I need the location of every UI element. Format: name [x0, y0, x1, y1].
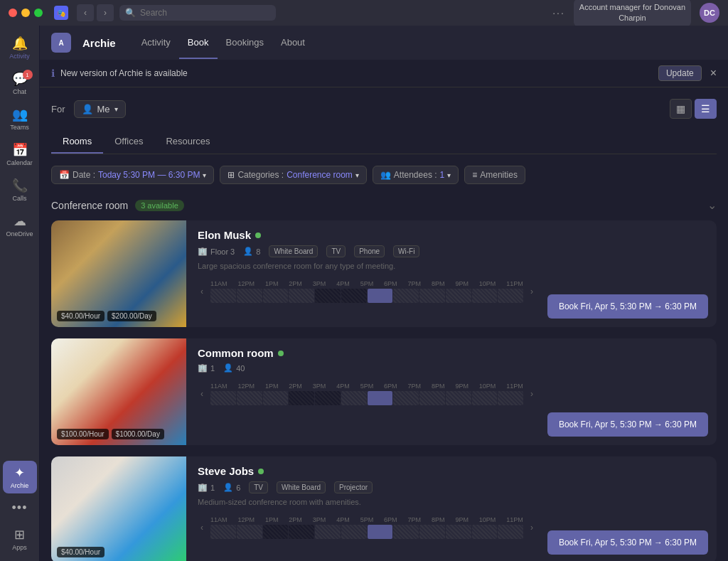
tab-rooms[interactable]: Rooms — [51, 130, 103, 154]
sidebar-item-chat[interactable]: 💬 Chat 1 — [3, 67, 37, 100]
nav-item-about[interactable]: About — [272, 27, 314, 59]
app-nav: Activity Book Bookings About — [133, 27, 314, 59]
people-filter-icon: 👥 — [380, 170, 391, 180]
floor-info-common: 🏢 1 — [198, 363, 215, 373]
timeline-next-button-jobs[interactable]: › — [528, 523, 536, 533]
people-icon: 👤 — [243, 247, 253, 256]
room-image-steve-jobs: $40.00/Hour — [51, 456, 186, 561]
filter-amenities[interactable]: ≡ Amenities — [464, 166, 525, 184]
sidebar: 🔔 Activity 💬 Chat 1 👥 Teams 📅 Calendar 📞… — [0, 26, 40, 561]
floor-icon: 🏢 — [198, 247, 208, 256]
close-notification-button[interactable]: × — [710, 67, 717, 80]
nav-forward-button[interactable]: › — [97, 4, 114, 21]
for-select[interactable]: 👤 Me ▾ — [74, 100, 126, 118]
close-button[interactable] — [9, 9, 17, 17]
sidebar-item-label-calendar: Calendar — [6, 159, 33, 166]
for-label: For — [51, 104, 65, 114]
timeline-steve-jobs: ‹ 11AM12PM1PM 2PM3PM4PM 5PM6PM7PM 8PM9PM… — [198, 516, 536, 539]
amenity-phone: Phone — [354, 245, 385, 257]
filter-date[interactable]: 📅 Date : Today 5:30 PM — 6:30 PM ▾ — [51, 166, 214, 184]
price-tags-common-room: $100.00/Hour $1000.00/Day — [57, 429, 164, 439]
main-layout: 🔔 Activity 💬 Chat 1 👥 Teams 📅 Calendar 📞… — [0, 26, 728, 561]
calendar-icon: 📅 — [12, 142, 28, 158]
timeline-prev-button-jobs[interactable]: ‹ — [198, 523, 206, 533]
filter-categories[interactable]: ⊞ Categories : Conference room ▾ — [220, 166, 366, 184]
search-icon: 🔍 — [125, 8, 136, 18]
nav-back-button[interactable]: ‹ — [77, 4, 94, 21]
price-day-elon-musk: $200.00/Day — [107, 311, 156, 321]
tab-resources[interactable]: Resources — [154, 130, 221, 154]
sidebar-item-label-calls: Calls — [12, 195, 26, 202]
book-button-steve-jobs[interactable]: Book Fri, Apr 5, 5:30 PM → 6:30 PM — [547, 530, 708, 555]
apps-icon: ⊞ — [14, 527, 25, 543]
section-collapse-button[interactable]: ⌄ — [707, 198, 717, 212]
book-button-common-room[interactable]: Book Fri, Apr 5, 5:30 PM → 6:30 PM — [547, 412, 708, 437]
sidebar-item-calendar[interactable]: 📅 Calendar — [3, 138, 37, 171]
account-tooltip: Account manager for Donovan Charpin — [574, 0, 691, 26]
titlebar: 🎭 ‹ › 🔍 ··· Account manager for Donovan … — [0, 0, 728, 26]
maximize-button[interactable] — [34, 9, 43, 17]
notification-message: New version of Archie is available — [60, 68, 188, 78]
minimize-button[interactable] — [21, 9, 30, 17]
more-options-button[interactable]: ··· — [552, 7, 565, 18]
sidebar-item-activity[interactable]: 🔔 Activity — [3, 31, 37, 64]
sidebar-item-more[interactable]: ••• — [3, 496, 37, 520]
timeline-header-common: 11AM12PM1PM 2PM3PM4PM 5PM6PM7PM 8PM9PM10… — [209, 383, 525, 390]
update-button[interactable]: Update — [658, 65, 702, 81]
filter-attendees[interactable]: 👥 Attendees : 1 ▾ — [373, 166, 459, 184]
capacity-info-common: 👤 40 — [223, 363, 245, 373]
grid-filter-icon: ⊞ — [228, 170, 235, 180]
availability-badge: 3 available — [135, 200, 184, 211]
timeline-prev-button[interactable]: ‹ — [198, 287, 206, 296]
section-header-conference: Conference room 3 available ⌄ — [51, 198, 717, 212]
sidebar-item-label-archie: Archie — [11, 482, 29, 489]
chevron-down-icon: ▾ — [355, 171, 359, 179]
nav-item-book[interactable]: Book — [179, 27, 218, 59]
for-section: For 👤 Me ▾ ▦ ☰ — [51, 99, 717, 119]
room-right-elon-musk: Book Fri, Apr 5, 5:30 PM → 6:30 PM — [547, 220, 717, 327]
sidebar-item-teams[interactable]: 👥 Teams — [3, 102, 37, 135]
sidebar-item-label-teams: Teams — [10, 124, 29, 131]
sidebar-item-calls[interactable]: 📞 Calls — [3, 173, 37, 206]
nav-item-bookings[interactable]: Bookings — [218, 27, 272, 59]
grid-view-button[interactable]: ▦ — [670, 99, 692, 119]
app-header: A Archie Activity Book Bookings About — [40, 26, 728, 60]
app-logo: A — [51, 33, 71, 53]
capacity-info: 👤 8 — [243, 247, 260, 256]
floor-icon: 🏢 — [198, 363, 208, 373]
room-meta-steve-jobs: 🏢 1 👤 6 TV White Board Projector — [198, 481, 536, 493]
timeline-bar-steve-jobs — [210, 525, 523, 539]
sidebar-item-archie[interactable]: ✦ Archie — [3, 461, 37, 493]
floor-info: 🏢 Floor 3 — [198, 247, 235, 256]
chat-badge: 1 — [23, 70, 33, 80]
more-icon: ••• — [12, 501, 28, 515]
timeline-header: 11AM12PM1PM 2PM3PM4PM 5PM6PM7PM 8PM9PM10… — [209, 280, 525, 287]
book-button-elon-musk[interactable]: Book Fri, Apr 5, 5:30 PM → 6:30 PM — [547, 294, 708, 319]
status-dot-common-room — [278, 351, 284, 356]
search-container[interactable]: 🔍 — [119, 5, 276, 21]
room-card-elon-musk: $40.00/Hour $200.00/Day Elon Musk 🏢 Floo… — [51, 220, 717, 327]
room-name-common-room: Common room — [198, 347, 536, 359]
tab-offices[interactable]: Offices — [103, 130, 154, 154]
timeline-next-button[interactable]: › — [528, 287, 536, 296]
room-details-common-room: Common room 🏢 1 👤 40 — [186, 338, 547, 445]
sidebar-item-onedrive[interactable]: ☁ OneDrive — [3, 209, 37, 242]
sidebar-item-apps[interactable]: ⊞ Apps — [3, 523, 37, 555]
user-icon: 👤 — [82, 104, 93, 114]
room-tabs: Rooms Offices Resources — [51, 130, 717, 154]
nav-item-activity[interactable]: Activity — [133, 27, 179, 59]
avatar[interactable]: DC — [700, 3, 719, 23]
amenity-tv: TV — [326, 245, 346, 257]
amenity-wb-jobs: White Board — [277, 481, 326, 493]
price-tags-elon-musk: $40.00/Hour $200.00/Day — [57, 311, 156, 321]
price-hour-steve-jobs: $40.00/Hour — [57, 547, 105, 557]
timeline-next-button-common[interactable]: › — [528, 389, 536, 399]
floor-info-jobs: 🏢 1 — [198, 483, 215, 492]
chevron-down-icon: ▾ — [114, 105, 118, 113]
list-view-button[interactable]: ☰ — [695, 99, 717, 119]
timeline-prev-button-common[interactable]: ‹ — [198, 389, 206, 399]
nav-buttons: ‹ › — [77, 4, 114, 21]
search-input[interactable] — [140, 8, 254, 18]
amenity-wifi: Wi-Fi — [393, 245, 419, 257]
sidebar-item-label-apps: Apps — [12, 544, 27, 551]
